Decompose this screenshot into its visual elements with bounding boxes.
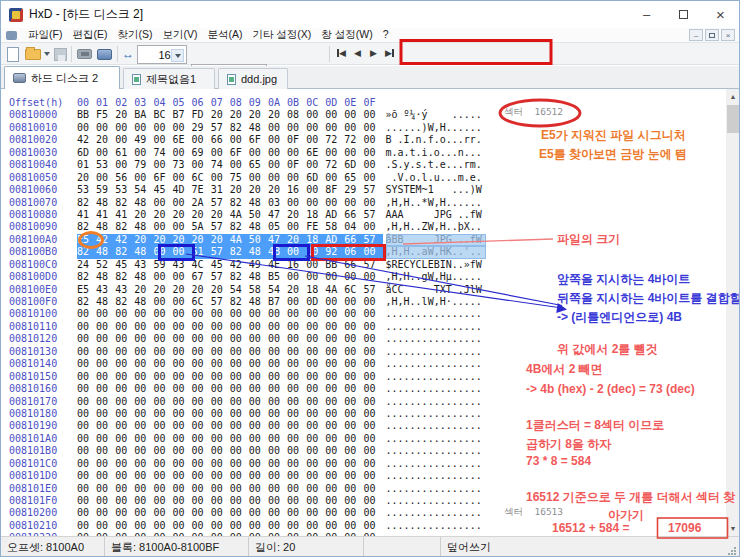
hex-byte[interactable]: 00 [363, 271, 382, 283]
hex-byte[interactable]: 01 [77, 159, 96, 171]
hex-byte[interactable]: 00 [153, 122, 172, 134]
hex-byte[interactable]: 00 [325, 308, 344, 320]
hex-byte[interactable]: 00 [306, 420, 325, 432]
hex-byte[interactable]: 00 [363, 483, 382, 495]
hex-byte[interactable]: 00 [287, 197, 306, 209]
hex-byte[interactable]: 00 [115, 134, 134, 146]
hex-byte[interactable]: 20 [192, 234, 211, 246]
hex-byte[interactable]: 00 [153, 221, 172, 233]
hex-byte[interactable]: 24 [77, 259, 96, 271]
hex-byte[interactable]: 00 [363, 197, 382, 209]
hex-byte[interactable]: 57 [211, 271, 230, 283]
hex-byte[interactable]: 00 [192, 333, 211, 345]
hex-byte[interactable]: 00 [96, 371, 115, 383]
hex-byte[interactable]: 00 [306, 358, 325, 370]
hex-byte[interactable]: 00 [172, 221, 191, 233]
hex-byte[interactable]: 00 [172, 420, 191, 432]
hex-byte[interactable]: 00 [134, 396, 153, 408]
hex-byte[interactable]: 00 [325, 507, 344, 519]
hex-byte[interactable]: 00 [306, 507, 325, 519]
hex-byte[interactable]: 48 [134, 296, 153, 308]
hex-byte[interactable]: 2A [192, 197, 211, 209]
hex-byte[interactable]: 50 [249, 209, 268, 221]
hex-byte[interactable]: 18 [306, 234, 325, 246]
hex-byte[interactable]: 48 [96, 271, 115, 283]
hex-byte[interactable]: 00 [134, 507, 153, 519]
hex-byte[interactable]: 00 [134, 408, 153, 420]
hex-byte[interactable]: 6C [344, 284, 363, 296]
hex-byte[interactable]: 00 [268, 358, 287, 370]
hex-byte[interactable]: 00 [77, 383, 96, 395]
hex-byte[interactable]: 00 [363, 109, 382, 121]
hex-byte[interactable]: 00 [211, 408, 230, 420]
hex-byte[interactable]: 82 [77, 246, 96, 258]
hex-byte[interactable]: 00 [211, 483, 230, 495]
hex-byte[interactable]: 00 [344, 308, 363, 320]
hex-byte[interactable]: 00 [153, 445, 172, 457]
hex-byte[interactable]: 00 [287, 333, 306, 345]
hex-byte[interactable]: 00 [230, 483, 249, 495]
hex-byte[interactable]: 57 [363, 284, 382, 296]
hex-byte[interactable]: 00 [249, 383, 268, 395]
hex-byte[interactable]: 00 [192, 520, 211, 532]
hex-byte[interactable]: 82 [230, 122, 249, 134]
hex-byte[interactable]: 00 [249, 495, 268, 507]
hex-byte[interactable]: 20 [172, 284, 191, 296]
hex-byte[interactable]: 79 [134, 159, 153, 171]
ascii-text[interactable]: ................ [386, 420, 486, 432]
hex-byte[interactable]: 00 [134, 122, 153, 134]
ascii-text[interactable]: .S.y.s.t.e...rm. [386, 159, 486, 171]
hex-byte[interactable]: 29 [344, 184, 363, 196]
hex-byte[interactable]: 00 [134, 445, 153, 457]
hex-byte[interactable]: 00 [192, 483, 211, 495]
hex-byte[interactable]: FD [192, 109, 211, 121]
hex-byte[interactable]: 00 [249, 483, 268, 495]
hex-byte[interactable]: 00 [287, 296, 306, 308]
hex-byte[interactable]: 00 [115, 520, 134, 532]
ascii-text[interactable]: åBB JPG ..fW [386, 234, 486, 246]
hex-byte[interactable]: 00 [153, 271, 172, 283]
ascii-text[interactable]: ......)W,H...... [386, 122, 486, 134]
hex-byte[interactable]: 54 [230, 284, 249, 296]
hex-byte[interactable]: 00 [230, 383, 249, 395]
ascii-text[interactable]: ,H,H..aW,HK..'.. [386, 246, 486, 258]
hex-byte[interactable]: 00 [192, 321, 211, 333]
hex-byte[interactable]: 67 [192, 271, 211, 283]
hex-byte[interactable]: 00 [172, 346, 191, 358]
hex-byte[interactable]: 00 [344, 371, 363, 383]
hex-byte[interactable]: 00 [306, 159, 325, 171]
hex-byte[interactable]: 00 [249, 433, 268, 445]
hex-byte[interactable]: 00 [211, 520, 230, 532]
hex-byte[interactable]: 00 [344, 271, 363, 283]
hex-byte[interactable]: 00 [363, 358, 382, 370]
hex-byte[interactable]: 00 [230, 333, 249, 345]
ascii-text[interactable]: AAA JPG ..fW [386, 209, 486, 221]
ascii-text[interactable]: ................ [386, 358, 486, 370]
hex-byte[interactable]: 00 [363, 383, 382, 395]
hex-byte[interactable]: 42 [77, 134, 96, 146]
hex-byte[interactable]: 00 [115, 333, 134, 345]
hex-byte[interactable]: 20 [211, 234, 230, 246]
hex-byte[interactable]: 00 [153, 371, 172, 383]
hex-byte[interactable]: 00 [77, 321, 96, 333]
hex-byte[interactable]: BC [153, 109, 172, 121]
hex-byte[interactable]: 8F [325, 184, 344, 196]
hex-byte[interactable]: 00 [192, 445, 211, 457]
open-disk-button[interactable] [95, 45, 114, 63]
hex-byte[interactable]: 00 [363, 458, 382, 470]
hex-byte[interactable]: 00 [211, 458, 230, 470]
hex-byte[interactable]: 00 [77, 483, 96, 495]
hex-byte[interactable]: 52 [96, 259, 115, 271]
hex-byte[interactable]: 48 [134, 221, 153, 233]
hex-byte[interactable]: 20 [192, 284, 211, 296]
hex-byte[interactable]: 00 [325, 520, 344, 532]
hex-byte[interactable]: 20 [172, 234, 191, 246]
hex-byte[interactable]: 58 [249, 284, 268, 296]
hex-byte[interactable]: 00 [306, 520, 325, 532]
hex-byte[interactable]: 43 [96, 284, 115, 296]
hex-byte[interactable]: 00 [306, 396, 325, 408]
hex-byte[interactable]: 00 [363, 495, 382, 507]
hex-byte[interactable]: 00 [344, 458, 363, 470]
mdi-close-button[interactable]: × [721, 29, 735, 41]
hex-byte[interactable]: 00 [192, 470, 211, 482]
